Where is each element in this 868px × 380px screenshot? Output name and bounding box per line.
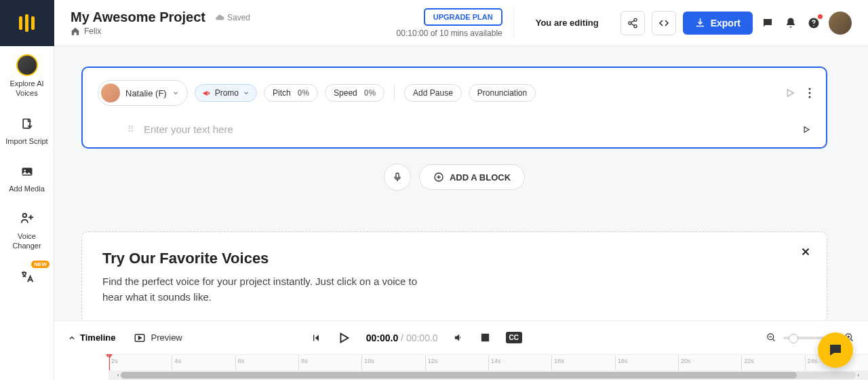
sidebar-label: Voice Changer bbox=[3, 231, 51, 251]
chevron-down-icon bbox=[243, 90, 250, 96]
translate-icon bbox=[18, 267, 37, 286]
add-block-button[interactable]: ADD A BLOCK bbox=[419, 164, 525, 190]
export-button[interactable]: Export bbox=[683, 12, 753, 35]
voice-changer-icon bbox=[18, 210, 37, 229]
voices-panel-title: Try Our Favorite Voices bbox=[102, 250, 806, 267]
chat-bubble-icon bbox=[827, 342, 844, 358]
pronunciation-button[interactable]: Pronunciation bbox=[469, 84, 536, 102]
more-vertical-icon bbox=[808, 88, 811, 98]
project-title[interactable]: My Awesome Project bbox=[71, 10, 205, 25]
skip-back-icon bbox=[311, 332, 321, 343]
cloud-icon bbox=[215, 13, 224, 22]
play-icon bbox=[802, 125, 811, 134]
embed-button[interactable] bbox=[652, 11, 676, 35]
scroll-left-icon bbox=[115, 373, 121, 378]
import-script-icon bbox=[18, 115, 37, 134]
text-input[interactable] bbox=[144, 124, 792, 135]
zoom-out-icon bbox=[766, 332, 776, 343]
play-block-button[interactable] bbox=[784, 87, 796, 99]
play-icon bbox=[336, 330, 351, 345]
topbar: My Awesome Project Saved Felix UPGRADE P… bbox=[54, 0, 868, 46]
ruler-tick: 6s bbox=[235, 355, 298, 370]
chat-icon-button[interactable] bbox=[760, 15, 776, 31]
add-media-icon bbox=[18, 162, 37, 181]
support-chat-button[interactable] bbox=[818, 332, 853, 368]
notifications-button[interactable] bbox=[783, 15, 799, 31]
voice-selector[interactable]: Natalie (F) bbox=[98, 80, 188, 106]
ruler-tick: 8s bbox=[298, 355, 361, 370]
megaphone-icon bbox=[202, 89, 211, 98]
skip-start-button[interactable] bbox=[311, 332, 321, 343]
volume-button[interactable] bbox=[453, 332, 465, 343]
ruler-tick: 12s bbox=[425, 355, 488, 370]
upgrade-plan-button[interactable]: UPGRADE PLAN bbox=[424, 8, 502, 26]
captions-button[interactable]: CC bbox=[506, 332, 522, 343]
sidebar-item-explore-voices[interactable]: Explore AI Voices bbox=[0, 46, 54, 107]
help-icon bbox=[808, 17, 820, 29]
voice-avatar-icon bbox=[101, 83, 120, 102]
timeline-ruler[interactable]: 2s4s6s8s10s12s14s16s18s20s22s24s bbox=[108, 354, 868, 370]
sidebar-label: Add Media bbox=[9, 184, 45, 193]
svg-point-8 bbox=[809, 88, 811, 90]
mic-icon bbox=[392, 172, 403, 183]
svg-point-3 bbox=[22, 214, 26, 218]
pitch-control[interactable]: Pitch0% bbox=[264, 84, 318, 102]
chat-icon bbox=[762, 17, 774, 29]
close-icon bbox=[800, 246, 812, 258]
zoom-out-button[interactable] bbox=[766, 332, 776, 343]
svg-point-10 bbox=[809, 96, 811, 98]
voice-record-button[interactable] bbox=[384, 164, 411, 191]
ruler-tick: 18s bbox=[615, 355, 678, 370]
svg-rect-11 bbox=[396, 173, 399, 178]
workspace: Natalie (F) Promo Pitch0% Speed0% bbox=[54, 46, 868, 320]
sidebar-item-voice-changer[interactable]: Voice Changer bbox=[0, 202, 54, 259]
user-avatar[interactable] bbox=[829, 12, 852, 35]
editing-label: You are editing bbox=[525, 18, 610, 28]
sidebar-item-import-script[interactable]: Import Script bbox=[0, 107, 54, 154]
help-button[interactable] bbox=[806, 15, 822, 31]
breadcrumb-home[interactable]: Felix bbox=[71, 26, 250, 36]
timeline-toggle[interactable]: Timeline bbox=[68, 332, 116, 343]
play-button[interactable] bbox=[336, 330, 351, 345]
style-selector[interactable]: Promo bbox=[195, 84, 257, 102]
ruler-tick: 22s bbox=[741, 355, 804, 370]
share-button[interactable] bbox=[620, 11, 645, 35]
scroll-right-icon bbox=[856, 373, 861, 378]
plus-circle-icon bbox=[433, 172, 444, 183]
explore-avatar-icon bbox=[16, 54, 38, 76]
drag-handle-icon[interactable]: ⠿ bbox=[127, 124, 134, 134]
block-more-button[interactable] bbox=[808, 88, 811, 98]
ruler-tick: 20s bbox=[678, 355, 741, 370]
ruler-tick: 14s bbox=[488, 355, 551, 370]
time-available: 00:10:00 of 10 mins available bbox=[397, 28, 502, 38]
speed-control[interactable]: Speed0% bbox=[325, 84, 384, 102]
ruler-tick: 16s bbox=[551, 355, 614, 370]
ruler-tick: 2s bbox=[108, 355, 172, 370]
close-panel-button[interactable] bbox=[800, 246, 812, 258]
favorite-voices-panel: Try Our Favorite Voices Find the perfect… bbox=[81, 231, 827, 320]
timecode: 00:00.0 / 00:00.0 bbox=[366, 332, 438, 343]
sidebar-label: Explore AI Voices bbox=[3, 79, 51, 98]
sidebar-label: Import Script bbox=[5, 136, 47, 146]
sidebar-item-add-media[interactable]: Add Media bbox=[0, 154, 54, 202]
horizontal-scrollbar[interactable] bbox=[108, 370, 868, 380]
sidebar-item-translate[interactable]: NEW bbox=[0, 259, 54, 294]
play-line-button[interactable] bbox=[802, 125, 811, 134]
ruler-tick: 4s bbox=[172, 355, 235, 370]
chevron-up-icon bbox=[68, 334, 76, 342]
logo[interactable] bbox=[0, 0, 54, 46]
home-icon bbox=[71, 26, 80, 36]
volume-icon bbox=[453, 332, 465, 343]
voices-panel-desc: Find the perfect voice for your project … bbox=[102, 274, 421, 305]
voice-name: Natalie (F) bbox=[125, 88, 167, 98]
saved-status: Saved bbox=[215, 13, 250, 22]
share-icon bbox=[627, 18, 638, 28]
add-pause-button[interactable]: Add Pause bbox=[404, 84, 462, 102]
chevron-down-icon bbox=[172, 90, 179, 96]
download-icon bbox=[695, 18, 705, 28]
clapperboard-icon bbox=[479, 332, 491, 343]
video-button[interactable] bbox=[479, 332, 491, 343]
play-icon bbox=[784, 87, 796, 99]
preview-button[interactable]: Preview bbox=[134, 332, 182, 344]
new-badge: NEW bbox=[31, 261, 50, 268]
